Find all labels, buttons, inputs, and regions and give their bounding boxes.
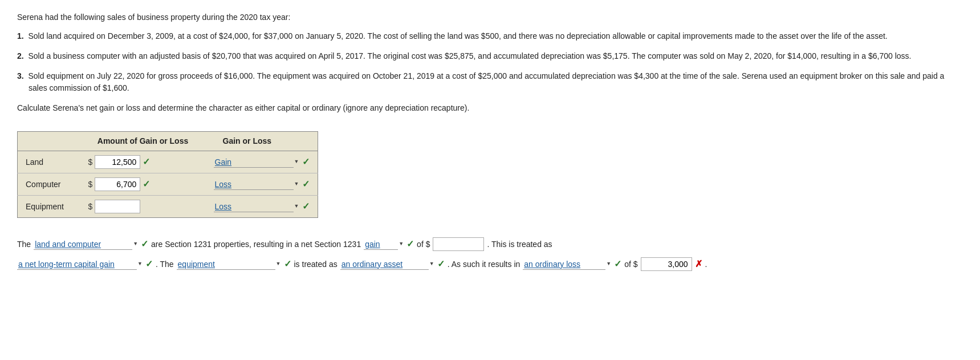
bottom-dropdown5-select[interactable]: a capital asset an ordinary asset a Sect… (340, 259, 429, 270)
table-row-equipment: Equipment $ Gain Loss (18, 196, 318, 218)
computer-dollar: $ (88, 179, 93, 191)
computer-gainloss-check: ✓ (302, 177, 310, 191)
table-row-computer: Computer $ ✓ Gain (18, 173, 318, 196)
bottom-dropdown5-check: ✓ (437, 257, 445, 271)
land-gainloss-check: ✓ (302, 155, 310, 169)
bottom-dropdown4-check: ✓ (284, 257, 291, 271)
land-amount-input[interactable] (95, 155, 140, 169)
equipment-dollar: $ (88, 201, 93, 213)
computer-amount-check: ✓ (143, 177, 150, 191)
equipment-gainloss-select[interactable]: Gain Loss (214, 201, 294, 212)
gain-loss-table: Amount of Gain or Loss Gain or Loss Land… (17, 131, 318, 218)
land-dollar: $ (88, 156, 93, 168)
bottom-dropdown1-wrapper[interactable]: land and computer land computer equipmen… (34, 239, 138, 250)
bottom-row2-text4: of $ (624, 258, 637, 270)
bottom-row2-text2: is treated as (294, 258, 337, 270)
bottom-dropdown2-wrapper[interactable]: gain loss (364, 239, 404, 250)
bottom-row1-text2: of $ (417, 238, 430, 250)
bottom-dropdown1-select[interactable]: land and computer land computer equipmen… (34, 239, 132, 250)
bottom-dropdown4-wrapper[interactable]: land computer equipment land and compute… (177, 259, 281, 270)
item-2: 2. Sold a business computer with an adju… (17, 50, 958, 62)
item-3-text: 3. Sold equipment on July 22, 2020 for g… (17, 71, 944, 92)
instruction-text: Calculate Serena's net gain or loss and … (17, 102, 958, 114)
land-amount-check: ✓ (143, 155, 150, 169)
bottom-row1: The land and computer land computer equi… (17, 237, 958, 251)
col-amount-header: Amount of Gain or Loss (80, 132, 206, 151)
equipment-label: Equipment (18, 196, 80, 218)
bottom-dropdown2-check: ✓ (406, 237, 414, 251)
bottom-row2-input[interactable] (641, 257, 692, 271)
bottom-row2-text3: . As such it results in (448, 258, 521, 270)
bottom-dropdown4-select[interactable]: land computer equipment land and compute… (177, 259, 275, 270)
item-3: 3. Sold equipment on July 22, 2020 for g… (17, 70, 958, 94)
land-gainloss-wrapper[interactable]: Gain Loss (214, 157, 299, 168)
gain-loss-table-section: Amount of Gain or Loss Gain or Loss Land… (17, 131, 318, 218)
bottom-dropdown5-wrapper[interactable]: a capital asset an ordinary asset a Sect… (340, 259, 434, 270)
item-2-text: 2. Sold a business computer with an adju… (17, 51, 911, 60)
item-1: 1. Sold land acquired on December 3, 200… (17, 30, 958, 42)
bottom-row2-x: ✗ (695, 257, 702, 271)
equipment-amount-input[interactable] (95, 200, 140, 213)
bottom-row2-period: . (705, 258, 707, 270)
bottom-row1-text1: are Section 1231 properties, resulting i… (151, 238, 361, 250)
intro-paragraph: Serena had the following sales of busine… (17, 11, 958, 23)
computer-amount-cell: $ ✓ (80, 173, 206, 196)
bottom-dropdown6-check: ✓ (614, 257, 621, 271)
computer-gainloss-cell: Gain Loss ✓ (206, 173, 318, 196)
land-amount-cell: $ ✓ (80, 151, 206, 173)
bottom-row2-text1: . The (156, 258, 174, 270)
table-row-land: Land $ ✓ Gain Los (18, 151, 318, 173)
land-gainloss-select[interactable]: Gain Loss (214, 157, 294, 168)
equipment-gainloss-wrapper[interactable]: Gain Loss (214, 201, 299, 212)
bottom-dropdown6-wrapper[interactable]: an ordinary gain an ordinary loss a capi… (523, 259, 611, 270)
bottom-dropdown2-select[interactable]: gain loss (364, 239, 398, 250)
bottom-row1-input[interactable] (433, 237, 484, 251)
bottom-row1-the: The (17, 238, 31, 250)
bottom-dropdown3-select[interactable]: a net long-term capital gain a net short… (17, 259, 137, 270)
bottom-section: The land and computer land computer equi… (17, 237, 958, 271)
equipment-gainloss-cell: Gain Loss ✓ (206, 196, 318, 218)
computer-gainloss-wrapper[interactable]: Gain Loss (214, 179, 299, 190)
computer-label: Computer (18, 173, 80, 196)
land-gainloss-cell: Gain Loss ✓ (206, 151, 318, 173)
bottom-dropdown3-check: ✓ (145, 257, 153, 271)
equipment-gainloss-check: ✓ (302, 200, 310, 213)
bottom-dropdown3-wrapper[interactable]: a net long-term capital gain a net short… (17, 259, 143, 270)
bottom-dropdown1-check: ✓ (141, 237, 148, 251)
bottom-row1-text3: . This is treated as (487, 238, 552, 250)
bottom-dropdown6-select[interactable]: an ordinary gain an ordinary loss a capi… (523, 259, 605, 270)
bottom-row2: a net long-term capital gain a net short… (17, 257, 958, 271)
problem-container: Serena had the following sales of busine… (17, 11, 963, 271)
computer-amount-input[interactable] (95, 177, 140, 191)
item-1-text: 1. Sold land acquired on December 3, 200… (17, 31, 888, 41)
land-label: Land (18, 151, 80, 173)
col-empty-header (18, 132, 80, 151)
equipment-amount-cell: $ (80, 196, 206, 218)
col-gainloss-header: Gain or Loss (206, 132, 318, 151)
computer-gainloss-select[interactable]: Gain Loss (214, 179, 294, 190)
intro-text: Serena had the following sales of busine… (17, 11, 958, 114)
